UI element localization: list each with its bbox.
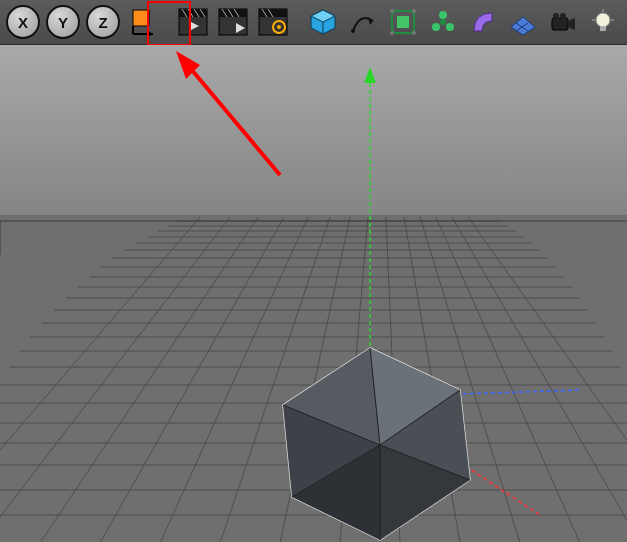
clapper-icon bbox=[178, 8, 208, 36]
main-toolbar: X Y Z bbox=[0, 0, 627, 45]
viewport-canvas bbox=[0, 45, 627, 542]
environment-button[interactable] bbox=[504, 2, 542, 42]
array-button[interactable] bbox=[424, 2, 462, 42]
svg-point-41 bbox=[553, 13, 559, 19]
svg-rect-40 bbox=[552, 18, 568, 30]
render-region-button[interactable] bbox=[214, 2, 252, 42]
axis-z-icon: Z bbox=[86, 5, 120, 39]
bend-icon bbox=[468, 7, 498, 37]
axis-x-icon: X bbox=[6, 5, 40, 39]
clapper-region-icon bbox=[218, 8, 248, 36]
svg-marker-43 bbox=[568, 18, 575, 30]
svg-point-32 bbox=[412, 31, 416, 35]
svg-point-31 bbox=[390, 31, 394, 35]
deformer-button[interactable] bbox=[464, 2, 502, 42]
camera-icon bbox=[548, 7, 578, 37]
svg-rect-0 bbox=[133, 10, 149, 26]
cube-icon bbox=[308, 7, 338, 37]
primitive-button[interactable] bbox=[304, 2, 342, 42]
pen-icon bbox=[348, 7, 378, 37]
cluster-icon bbox=[428, 7, 458, 37]
svg-point-35 bbox=[446, 23, 454, 31]
bulb-icon bbox=[588, 7, 618, 37]
floor-icon bbox=[508, 7, 538, 37]
svg-point-29 bbox=[390, 9, 394, 13]
axis-x-toggle[interactable]: X bbox=[4, 2, 42, 42]
subdivision-icon bbox=[388, 7, 418, 37]
camera-button[interactable] bbox=[544, 2, 582, 42]
spline-button[interactable] bbox=[344, 2, 382, 42]
svg-rect-28 bbox=[397, 16, 409, 28]
axis-z-toggle[interactable]: Z bbox=[84, 2, 122, 42]
render-view-button[interactable] bbox=[174, 2, 212, 42]
axis-convert-icon bbox=[129, 8, 157, 36]
generator-button[interactable] bbox=[384, 2, 422, 42]
svg-point-34 bbox=[432, 23, 440, 31]
light-button[interactable] bbox=[584, 2, 622, 42]
svg-point-36 bbox=[440, 19, 446, 25]
svg-point-33 bbox=[439, 11, 447, 19]
axis-y-icon: Y bbox=[46, 5, 80, 39]
svg-point-21 bbox=[277, 25, 281, 29]
render-settings-button[interactable] bbox=[254, 2, 292, 42]
axis-y-toggle[interactable]: Y bbox=[44, 2, 82, 42]
viewport-3d[interactable] bbox=[0, 45, 627, 542]
svg-point-26 bbox=[351, 29, 355, 33]
svg-point-30 bbox=[412, 9, 416, 13]
svg-rect-45 bbox=[600, 26, 606, 31]
clapper-gear-icon bbox=[258, 8, 288, 36]
svg-point-42 bbox=[560, 13, 566, 19]
svg-marker-25 bbox=[368, 17, 373, 25]
coord-system-button[interactable] bbox=[124, 2, 162, 42]
svg-point-44 bbox=[596, 13, 610, 27]
